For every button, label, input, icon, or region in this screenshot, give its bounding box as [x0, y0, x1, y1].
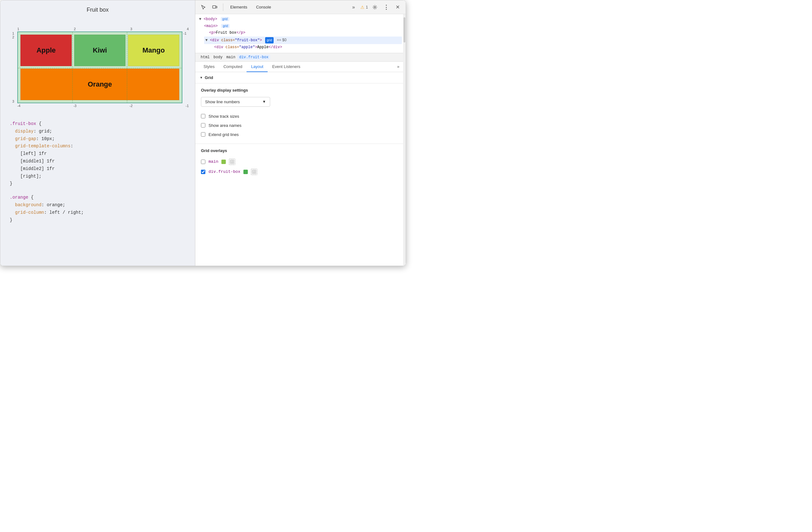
- devtools-panel: Elements Console » ⚠ 1 ⋮ ✕ ▼ <body> grid: [195, 0, 406, 266]
- grid-section-header[interactable]: ▼ Grid: [195, 72, 406, 83]
- sub-tabs: Styles Computed Layout Event Listeners »: [195, 62, 406, 72]
- html-line-body: ▼ <body> grid: [199, 16, 402, 23]
- tab-event-listeners[interactable]: Event Listeners: [267, 62, 305, 72]
- warning-icon: ⚠: [360, 5, 364, 10]
- overlay-row-main: main: [201, 157, 400, 167]
- dropdown-row: Show line numbers ▼: [201, 97, 400, 107]
- extend-grid-lines-label: Extend grid lines: [208, 132, 239, 137]
- html-line-main: <main> grid: [199, 23, 402, 30]
- gear-icon: [372, 5, 377, 10]
- chevron-down-icon: ▼: [262, 99, 266, 104]
- overlay-fruit-box-color-swatch: [243, 170, 248, 174]
- left-panel: Fruit box 1 2 3 4 1 2 3 Apple Kiwi Mango: [0, 0, 195, 266]
- breadcrumb-body[interactable]: body: [212, 54, 224, 60]
- extend-grid-lines-checkbox[interactable]: [201, 132, 205, 137]
- cursor-icon: [201, 5, 206, 10]
- html-line-p: <p>Fruit box</p>: [199, 30, 402, 37]
- grid-wrapper: Apple Kiwi Mango Orange: [17, 31, 183, 103]
- grid-overlays-section: Grid overlays main: [195, 144, 406, 181]
- scrollbar[interactable]: [403, 14, 406, 266]
- show-track-sizes-row: Show track sizes: [201, 112, 400, 121]
- svg-point-5: [374, 6, 376, 8]
- settings-btn[interactable]: [371, 3, 379, 12]
- scrollbar-thumb[interactable]: [404, 17, 405, 42]
- code-block-1: .fruit-box { display: grid; grid-gap: 10…: [6, 120, 189, 187]
- overlay-settings: Overlay display settings Show line numbe…: [195, 83, 406, 143]
- extend-grid-lines-row: Extend grid lines: [201, 130, 400, 139]
- overlay-display-title: Overlay display settings: [201, 88, 400, 93]
- dropdown-value: Show line numbers: [205, 99, 240, 104]
- layout-panel: ▼ Grid Overlay display settings Show lin…: [195, 72, 406, 266]
- svg-rect-11: [252, 170, 256, 174]
- code-block-2: .orange { background: orange; grid-colum…: [6, 194, 189, 224]
- tab-computed[interactable]: Computed: [219, 62, 247, 72]
- device-icon: [212, 5, 217, 10]
- breadcrumb-main[interactable]: main: [225, 54, 237, 60]
- more-tabs-btn[interactable]: »: [349, 3, 358, 12]
- grid-section-label: Grid: [205, 75, 213, 80]
- tab-layout[interactable]: Layout: [247, 62, 267, 72]
- grid-overlays-title: Grid overlays: [201, 148, 400, 153]
- html-line-div-apple: <div class="apple">Apple</div>: [199, 44, 402, 51]
- left-grid-numbers: 1 2 3: [12, 31, 17, 103]
- grid-icon: [230, 159, 234, 164]
- overlay-main-icon-btn[interactable]: [229, 159, 235, 165]
- show-line-numbers-dropdown[interactable]: Show line numbers ▼: [201, 97, 270, 107]
- tab-styles[interactable]: Styles: [199, 62, 219, 72]
- html-tree: ▼ <body> grid <main> grid <p>Fruit box</…: [195, 14, 406, 53]
- apple-cell: Apple: [20, 34, 72, 66]
- more-menu-btn[interactable]: ⋮: [382, 3, 391, 12]
- close-btn[interactable]: ✕: [393, 3, 402, 12]
- topbar-right: » ⚠ 1 ⋮ ✕: [349, 3, 402, 12]
- tab-elements[interactable]: Elements: [227, 3, 250, 11]
- more-tabs-icon[interactable]: »: [395, 62, 402, 72]
- html-line-div-fruitbox[interactable]: ▼ <div class="fruit-box"> grid == $0: [204, 37, 402, 44]
- overlay-fruit-box-icon-btn[interactable]: [251, 169, 257, 175]
- overlay-main-label: main: [208, 159, 218, 164]
- grid-icon-2: [252, 170, 256, 174]
- breadcrumb-div-fruitbox[interactable]: div.fruit-box: [237, 54, 270, 60]
- svg-rect-6: [230, 160, 234, 164]
- mango-cell: Mango: [128, 34, 179, 66]
- devtools-topbar: Elements Console » ⚠ 1 ⋮ ✕: [195, 0, 406, 14]
- svg-rect-3: [213, 6, 216, 8]
- warning-badge: ⚠ 1: [360, 5, 368, 10]
- show-area-names-label: Show area names: [208, 123, 242, 128]
- grid-visualization: 1 2 3 4 1 2 3 Apple Kiwi Mango Orange: [6, 21, 189, 114]
- cursor-icon-btn[interactable]: [199, 3, 208, 12]
- grid-inner: Apple Kiwi Mango Orange: [18, 32, 182, 103]
- show-track-sizes-checkbox[interactable]: [201, 114, 205, 118]
- show-area-names-checkbox[interactable]: [201, 123, 205, 127]
- overlay-fruit-box-label: div.fruit-box: [208, 169, 240, 174]
- svg-rect-4: [216, 6, 217, 8]
- orange-cell: Orange: [20, 69, 179, 100]
- top-grid-numbers: 1 2 3 4: [12, 27, 189, 31]
- breadcrumb-trail: html body main div.fruit-box: [195, 53, 406, 62]
- overlay-fruit-box-checkbox[interactable]: [201, 170, 205, 174]
- page-title: Fruit box: [6, 6, 189, 13]
- device-toggle-btn[interactable]: [211, 3, 219, 12]
- overlay-main-checkbox[interactable]: [201, 159, 205, 164]
- show-track-sizes-label: Show track sizes: [208, 114, 239, 119]
- right-grid-numbers: -1: [183, 31, 189, 103]
- breadcrumb-html[interactable]: html: [199, 54, 211, 60]
- overlay-main-color-swatch: [221, 159, 226, 164]
- bottom-grid-numbers: -4 -3 -2 -1: [12, 104, 189, 108]
- show-area-names-row: Show area names: [201, 121, 400, 130]
- kiwi-cell: Kiwi: [74, 34, 126, 66]
- tab-console[interactable]: Console: [253, 3, 274, 11]
- overlay-row-fruit-box: div.fruit-box: [201, 167, 400, 177]
- grid-row: 1 2 3 Apple Kiwi Mango Orange: [12, 31, 189, 103]
- collapse-arrow-icon: ▼: [200, 76, 203, 79]
